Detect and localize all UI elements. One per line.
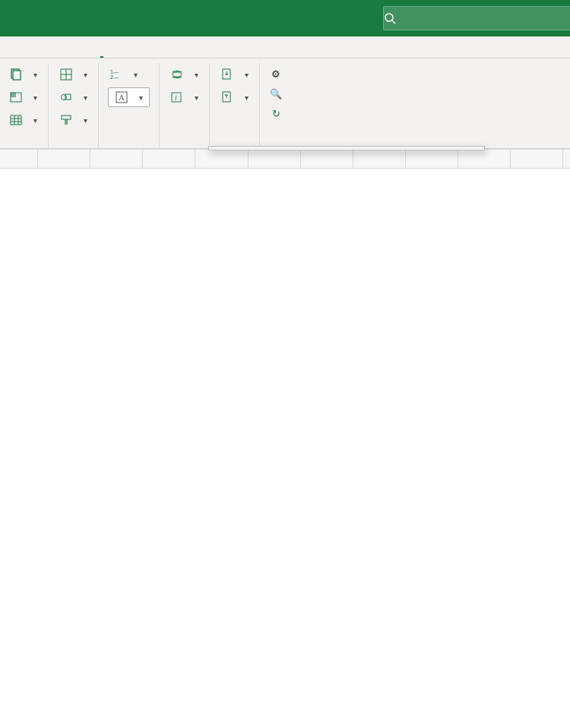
col-header[interactable] [38, 150, 90, 169]
ribbon-panel: ▾ ▾ ▾ ▾ ▾ [0, 59, 570, 149]
col-header[interactable] [510, 150, 562, 169]
col-header[interactable] [405, 150, 458, 169]
col-header[interactable] [353, 150, 405, 169]
cmd-text[interactable]: A ▾ [108, 87, 150, 107]
web-icon [170, 68, 184, 81]
tab-page-layout[interactable] [0, 50, 3, 58]
cmd-objects-comments[interactable]: ▾ [58, 87, 89, 107]
tab-asap-utilities[interactable] [100, 50, 103, 58]
chevron-down-icon: ▾ [139, 93, 143, 102]
columns-rows-icon [59, 68, 73, 81]
svg-text:A: A [119, 93, 125, 102]
cmd-information[interactable]: i ▾ [169, 87, 200, 107]
svg-text:1—: 1— [110, 69, 119, 74]
worksheet-area [0, 149, 570, 169]
svg-point-0 [385, 14, 393, 21]
col-header[interactable] [458, 150, 510, 169]
objects-comments-icon [59, 90, 73, 104]
spreadsheet-grid[interactable] [0, 149, 570, 169]
svg-point-22 [173, 72, 182, 77]
ribbon-group-6: ⚙ 🔍 ↻ [260, 63, 296, 148]
cmd-export[interactable]: ▾ [219, 87, 250, 107]
chevron-down-icon: ▾ [33, 71, 37, 79]
tab-formulas[interactable] [17, 50, 20, 58]
text-dropdown-menu [208, 146, 485, 150]
tab-help[interactable] [84, 50, 87, 58]
cmd-sheets[interactable]: ▾ [8, 65, 39, 84]
chevron-down-icon: ▾ [195, 71, 198, 79]
chevron-down-icon: ▾ [33, 116, 37, 125]
svg-rect-6 [11, 116, 21, 125]
cmd-asap-options[interactable]: ⚙ [269, 65, 287, 83]
chevron-down-icon: ▾ [84, 116, 87, 125]
search-icon [384, 12, 407, 24]
cmd-start-last[interactable]: ↻ [269, 104, 287, 122]
ribbon-group-5: ▾ ▾ [210, 63, 260, 148]
search-icon: 🔍 [269, 88, 283, 100]
col-header[interactable] [90, 150, 143, 169]
cmd-format[interactable]: ▾ [58, 110, 89, 130]
svg-text:2—: 2— [110, 74, 119, 80]
tab-data[interactable] [33, 50, 36, 58]
cmd-columns-rows[interactable]: ▾ [58, 65, 89, 84]
col-header[interactable] [143, 150, 195, 169]
information-icon: i [170, 90, 184, 104]
tab-view[interactable] [67, 50, 70, 58]
cmd-find-run[interactable]: 🔍 [269, 84, 287, 103]
column-header-row[interactable] [0, 150, 570, 169]
svg-line-1 [392, 21, 395, 24]
fill-icon [9, 113, 23, 127]
numbers-dates-icon: 1—2— [109, 68, 123, 81]
chevron-down-icon: ▾ [195, 93, 198, 102]
ribbon-group-1: ▾ ▾ ▾ [0, 63, 49, 148]
col-header[interactable] [0, 150, 38, 169]
svg-rect-17 [65, 119, 68, 125]
svg-rect-16 [62, 116, 71, 119]
col-header[interactable] [248, 150, 300, 169]
cmd-web[interactable]: ▾ [169, 65, 200, 84]
ribbon-group-2: ▾ ▾ ▾ [49, 63, 99, 148]
svg-text:i: i [175, 93, 177, 102]
title-bar [0, 0, 570, 36]
text-icon: A [115, 90, 128, 104]
search-input[interactable] [383, 6, 570, 30]
chevron-down-icon: ▾ [134, 71, 138, 79]
svg-rect-5 [11, 93, 16, 97]
chevron-down-icon: ▾ [245, 93, 249, 102]
cmd-range[interactable]: ▾ [8, 87, 39, 107]
cmd-import[interactable]: ▾ [219, 65, 250, 84]
format-icon [59, 113, 73, 127]
svg-rect-3 [13, 71, 21, 80]
chevron-down-icon: ▾ [33, 93, 37, 102]
chevron-down-icon: ▾ [84, 71, 87, 79]
ribbon-group-3: 1—2— ▾ A ▾ [99, 63, 160, 148]
col-header[interactable] [562, 150, 570, 169]
tab-review[interactable] [50, 50, 53, 58]
ribbon-group-4: ▾ i ▾ [160, 63, 210, 148]
sheets-icon [9, 68, 23, 81]
refresh-icon: ↻ [269, 108, 283, 119]
cmd-numbers-dates[interactable]: 1—2— ▾ [108, 65, 150, 84]
import-icon [220, 68, 234, 81]
export-icon [220, 90, 234, 104]
cmd-fill[interactable]: ▾ [8, 110, 39, 130]
chevron-down-icon: ▾ [84, 93, 87, 102]
chevron-down-icon: ▾ [245, 71, 249, 79]
col-header[interactable] [300, 150, 353, 169]
range-icon [9, 90, 23, 104]
ribbon-tabs [0, 36, 570, 59]
col-header[interactable] [195, 150, 248, 169]
gear-icon: ⚙ [269, 68, 283, 80]
